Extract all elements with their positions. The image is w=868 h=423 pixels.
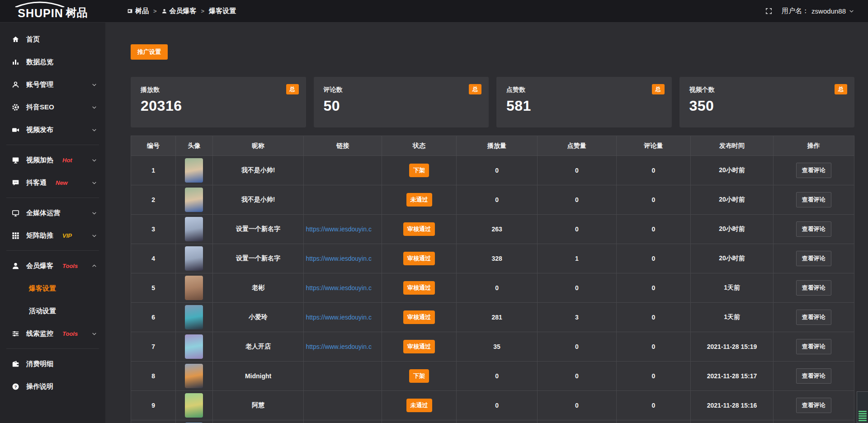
cell-avatar <box>176 332 213 362</box>
play-count: 0 <box>495 284 499 291</box>
cell-id: 6 <box>131 303 176 332</box>
cell-comments: 0 <box>616 215 691 244</box>
user-icon <box>161 8 167 14</box>
cell-avatar <box>176 215 213 244</box>
cell-status <box>382 420 457 423</box>
cell-link: https://www.iesdouyin.c <box>304 303 382 332</box>
video-link[interactable]: https://www.iesdouyin.c <box>305 343 381 350</box>
view-comments-button[interactable]: 查看评论 <box>796 251 831 266</box>
nickname: 我不是小帅! <box>241 196 275 203</box>
sidebar-item-video-publish[interactable]: 视频发布 <box>0 118 105 141</box>
cell-nickname: 设置一个新名字 <box>212 215 304 244</box>
cell-id: 9 <box>131 391 176 420</box>
chevron-down-icon <box>91 127 97 133</box>
cell-time: 2021-11-28 15:16 <box>691 391 773 420</box>
video-link[interactable]: https://www.iesdouyin.c <box>305 284 381 291</box>
view-comments-button[interactable]: 查看评论 <box>796 339 831 354</box>
sidebar-item-clue-monitor[interactable]: 线索监控Tools <box>0 322 105 345</box>
table-row: 5老彬https://www.iesdouyin.c审核通过0001天前查看评论 <box>131 273 854 303</box>
stat-label: 视频个数 <box>689 86 845 94</box>
sidebar-item-video-heat[interactable]: 视频加热Hot <box>0 149 105 171</box>
cell-link: https://www.iesdouyin.c <box>304 215 382 244</box>
cell-avatar <box>176 303 213 332</box>
fullscreen-icon[interactable] <box>765 7 773 15</box>
cell-action: 查看评论 <box>773 185 854 215</box>
sidebar-item-label: 账号管理 <box>26 80 53 89</box>
video-link[interactable]: https://www.iesdouyin.c <box>305 314 381 321</box>
breadcrumb-current: 爆客设置 <box>209 7 236 15</box>
sidebar-item-media-operation[interactable]: 全媒体运营 <box>0 202 105 224</box>
column-header: 评论量 <box>616 136 691 156</box>
avatar <box>185 276 203 300</box>
sidebar-item-label: 视频发布 <box>26 126 53 134</box>
table-row: 9阿慧未通过0002021-11-28 15:16查看评论 <box>131 391 854 420</box>
cell-time: 20小时前 <box>691 156 773 185</box>
like-count: 0 <box>575 372 579 380</box>
breadcrumb-home[interactable]: 树品 <box>127 7 149 15</box>
cell-action: 查看评论 <box>773 332 854 362</box>
cell-link: https://www.iesdouyin.c <box>304 273 382 303</box>
avatar <box>185 246 203 271</box>
comment-count: 0 <box>652 402 656 409</box>
row-id: 3 <box>151 226 155 233</box>
column-header: 状态 <box>382 136 457 156</box>
view-comments-button[interactable]: 查看评论 <box>796 280 831 296</box>
sidebar-item-douyin-seo[interactable]: 抖音SEO <box>0 96 105 118</box>
column-header: 头像 <box>176 136 213 156</box>
sidebar-item-label: 抖音SEO <box>26 103 54 112</box>
view-comments-button[interactable]: 查看评论 <box>796 221 831 237</box>
cell-likes <box>538 420 616 423</box>
wallet-icon <box>11 360 20 368</box>
sidebar-item-label: 全媒体运营 <box>26 209 60 217</box>
cell-likes: 0 <box>538 332 616 362</box>
cell-time: 2021-11-28 15:19 <box>691 332 773 362</box>
sidebar-item-data-overview[interactable]: 数据总览 <box>0 51 105 73</box>
cell-comments: 0 <box>616 185 691 215</box>
app-logo[interactable]: SHUPIN 树品 <box>0 0 105 23</box>
sidebar-item-matrix-boost[interactable]: 矩阵助推VIP <box>0 224 105 247</box>
play-count: 0 <box>495 372 499 380</box>
cell-avatar <box>176 156 213 185</box>
sidebar-subitem-activity-settings[interactable]: 活动设置 <box>0 300 105 322</box>
sidebar-item-home[interactable]: 首页 <box>0 28 105 51</box>
sidebar-item-member-baoke[interactable]: 会员爆客Tools <box>0 254 105 277</box>
chevron-down-icon <box>91 82 97 88</box>
publish-time: 20小时前 <box>719 225 745 232</box>
video-link[interactable]: https://www.iesdouyin.c <box>305 255 381 262</box>
chevron-down-icon <box>91 157 97 163</box>
cell-nickname: 老彬 <box>212 273 304 303</box>
publish-time: 2021-11-28 15:17 <box>707 372 757 380</box>
table-row: 4设置一个新名字https://www.iesdouyin.c审核通过32810… <box>131 244 854 273</box>
play-count: 328 <box>491 255 502 262</box>
view-comments-button[interactable]: 查看评论 <box>796 163 831 178</box>
cell-id: 7 <box>131 332 176 362</box>
screen-icon <box>11 209 20 217</box>
sidebar-item-badge: VIP <box>62 232 72 239</box>
sidebar-item-douketong[interactable]: 抖客通New <box>0 171 105 194</box>
video-link[interactable]: https://www.iesdouyin.c <box>305 226 381 233</box>
chevron-down-icon <box>91 331 97 337</box>
promotion-settings-button[interactable]: 推广设置 <box>131 44 168 60</box>
view-comments-button[interactable]: 查看评论 <box>796 398 831 413</box>
cell-likes: 1 <box>538 244 616 273</box>
sidebar-item-consume-detail[interactable]: 消费明细 <box>0 352 105 375</box>
breadcrumb-member[interactable]: 会员爆客 <box>161 7 197 15</box>
sidebar-subitem-baoke-settings[interactable]: 爆客设置 <box>0 277 105 300</box>
cell-avatar <box>176 273 213 303</box>
view-comments-button[interactable]: 查看评论 <box>796 310 831 325</box>
view-comments-button[interactable]: 查看评论 <box>796 368 831 384</box>
cell-id: 2 <box>131 185 176 215</box>
sidebar-item-account-manage[interactable]: 账号管理 <box>0 73 105 96</box>
cell-action <box>773 420 854 423</box>
sidebar-item-help[interactable]: ?操作说明 <box>0 375 105 398</box>
comment-count: 0 <box>652 284 656 291</box>
stat-card-3: 视频个数总350 <box>679 77 855 127</box>
publish-time: 2021-11-28 15:16 <box>707 402 757 409</box>
view-comments-button[interactable]: 查看评论 <box>796 192 831 207</box>
cell-plays: 0 <box>456 362 537 391</box>
cell-link: https://www.iesdouyin.c <box>304 332 382 362</box>
user-menu[interactable]: 用户名：zswodun88 <box>782 7 854 15</box>
like-count: 1 <box>575 255 579 262</box>
cell-time: 1天前 <box>691 273 773 303</box>
total-badge: 总 <box>835 84 847 94</box>
